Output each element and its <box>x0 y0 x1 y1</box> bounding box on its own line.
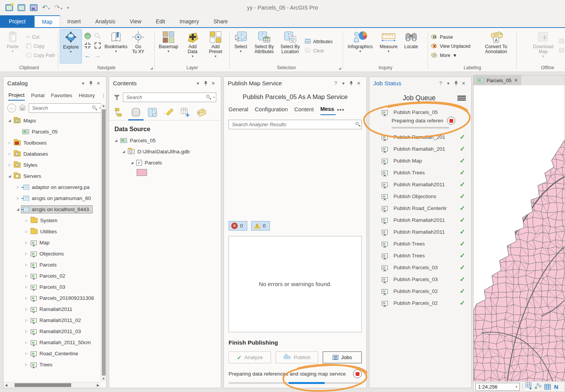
catalog-tree-item[interactable]: arcgis on localhost_6443. <box>3 204 101 215</box>
publish-button[interactable]: Publish <box>276 351 318 363</box>
next-extent-button[interactable]: → <box>95 52 101 60</box>
job-item[interactable]: Publish Parcels_03 ✓ <box>369 262 471 273</box>
catalog-tree-item[interactable]: System <box>3 215 101 226</box>
ribbon-tab[interactable]: Share <box>206 15 235 27</box>
expander-icon[interactable] <box>23 363 29 366</box>
remove-button[interactable]: Ren <box>559 47 565 55</box>
explore-button[interactable]: Explore▼ <box>60 29 82 63</box>
bookmarks-button[interactable]: Bookmarks▼ <box>103 29 129 63</box>
ribbon-tab[interactable]: Insert <box>60 15 88 27</box>
catalog-tree-item[interactable]: Objections <box>3 248 101 259</box>
zoom-selection-button[interactable] <box>94 32 101 41</box>
go-to-xy-button[interactable]: Go To XY <box>129 29 147 63</box>
jobs-button[interactable]: Jobs <box>323 351 362 363</box>
job-item[interactable]: Publish Parcels_05 ✓ Preparing data refe… <box>369 107 471 131</box>
list-by-selection-icon[interactable] <box>147 107 157 117</box>
pin-icon[interactable] <box>202 81 209 86</box>
job-item[interactable]: Publish Ramallah2011 ✓ <box>369 214 471 226</box>
expander-icon[interactable] <box>113 139 119 142</box>
expander-icon[interactable] <box>15 185 21 189</box>
horizontal-scrollbar[interactable]: ◀▶ <box>3 382 101 388</box>
catalog-tree-item[interactable]: adaptor on arcserverg.pa <box>3 182 101 193</box>
job-item[interactable]: Publish Ramallah_201 ✓ <box>369 131 471 143</box>
ribbon-tab[interactable]: View <box>122 15 149 27</box>
job-item[interactable]: Publish Parcels_02 ✓ <box>369 285 471 297</box>
warnings-filter-button[interactable]: 0 <box>251 221 270 231</box>
add-bookmark-icon[interactable]: + <box>526 382 532 391</box>
clear-selection-button[interactable]: Clear <box>305 47 333 55</box>
catalog-tree-item[interactable]: Maps <box>3 115 101 126</box>
locate-button[interactable]: Locate <box>401 29 421 63</box>
back-button[interactable]: ← <box>7 104 16 112</box>
expander-icon[interactable] <box>129 161 135 164</box>
stop-button[interactable] <box>353 369 362 378</box>
save-project-icon[interactable] <box>30 4 38 11</box>
list-by-drawing-order-icon[interactable] <box>114 107 124 117</box>
catalog-tree-item[interactable]: Parcels_02 <box>3 270 101 281</box>
tabs-overflow-icon[interactable]: ••• <box>337 107 345 115</box>
pin-icon[interactable] <box>347 81 355 86</box>
catalog-tree-item[interactable]: arcgis on jamalnuman_60 <box>3 193 101 204</box>
home-icon[interactable] <box>19 104 26 112</box>
add-preset-button[interactable]: Add Preset▼ <box>204 29 227 63</box>
tab-history[interactable]: History <box>78 91 95 100</box>
panel-menu-icon[interactable]: ▾ <box>79 81 87 86</box>
catalog-tree-item[interactable]: Trees <box>3 359 101 370</box>
catalog-tree-item[interactable]: Parcels_03 <box>3 281 101 293</box>
select-button[interactable]: Select▼ <box>231 29 250 63</box>
tab-configuration[interactable]: Configuration <box>255 106 288 115</box>
close-icon[interactable]: ✕ <box>355 81 363 86</box>
expander-icon[interactable] <box>7 152 13 156</box>
ribbon-tab[interactable]: Edit <box>149 15 172 27</box>
expander-icon[interactable] <box>121 150 127 153</box>
fixed-zoom-out-button[interactable] <box>84 42 91 51</box>
select-by-attributes-button[interactable]: Select By Attributes <box>251 29 277 63</box>
list-by-data-source-icon[interactable] <box>131 107 141 117</box>
expander-icon[interactable] <box>23 219 29 222</box>
expander-icon[interactable] <box>15 197 21 200</box>
pause-labeling-button[interactable]: Pause <box>431 33 477 41</box>
job-item[interactable]: Publish Trees ✓ <box>369 238 471 250</box>
catalog-tree-item[interactable]: Toolboxes <box>3 137 101 148</box>
copy-path-button[interactable]: \\Copy Path <box>26 52 55 59</box>
undo-button[interactable]: ↶▾ <box>42 4 50 11</box>
dialog-launcher-icon[interactable]: ◢ <box>150 67 153 70</box>
map-canvas[interactable] <box>474 85 565 381</box>
vertical-scrollbar[interactable]: ▲▼ <box>101 103 106 382</box>
expander-icon[interactable] <box>7 174 13 178</box>
close-icon[interactable]: ✕ <box>209 81 217 86</box>
map-view-tab[interactable]: Parcels_05 ✕ <box>474 75 521 85</box>
job-item[interactable]: Publish Ramallah_201 ✓ <box>369 143 471 155</box>
ribbon-tab[interactable]: Map <box>34 15 60 27</box>
close-icon[interactable]: ✕ <box>95 81 102 86</box>
full-extent-button[interactable] <box>84 32 91 41</box>
catalog-tree-item[interactable]: Ramallah_2011_50cm <box>3 337 101 348</box>
ribbon-tab[interactable]: Imagery <box>172 15 206 27</box>
expander-icon[interactable] <box>15 208 21 211</box>
job-item[interactable]: Publish Trees ✓ <box>369 167 471 179</box>
job-item[interactable]: Publish Objections ✓ <box>369 190 471 202</box>
expander-icon[interactable] <box>23 352 29 355</box>
catalog-tree-item[interactable]: Road_Centerline <box>3 348 101 359</box>
catalog-tree-item[interactable]: Ramallah2011_02 <box>3 315 101 326</box>
catalog-tree-item[interactable]: Parcels_05 <box>3 126 101 137</box>
job-item[interactable]: Publish Ramallah2011 ✓ <box>369 226 471 238</box>
expander-icon[interactable] <box>23 241 29 244</box>
previous-extent-button[interactable]: ← <box>85 52 91 60</box>
scale-selector[interactable]: 1:24,256▾ <box>475 383 520 391</box>
attributes-button[interactable]: Attributes <box>305 38 333 46</box>
close-icon[interactable]: ✕ <box>514 78 518 83</box>
job-item[interactable]: Publish Ramallah2011 ✓ <box>369 179 471 190</box>
job-item[interactable]: Publish Map ✓ <box>369 155 471 167</box>
panel-menu-icon[interactable]: ▾ <box>194 81 202 86</box>
layer-symbol-swatch[interactable] <box>137 169 147 176</box>
help-icon[interactable]: ? <box>332 81 340 86</box>
basemap-button[interactable]: Basemap▼ <box>156 29 181 63</box>
cut-button[interactable]: ✂Cut <box>26 33 55 41</box>
catalog-tree-item[interactable]: Servers <box>3 171 101 182</box>
contents-search-input[interactable] <box>123 93 216 102</box>
new-project-icon[interactable] <box>5 4 13 11</box>
expander-icon[interactable] <box>23 319 29 322</box>
tab-favorites[interactable]: Favorites <box>51 91 73 100</box>
job-item[interactable]: Publish Trees ✓ <box>369 250 471 262</box>
